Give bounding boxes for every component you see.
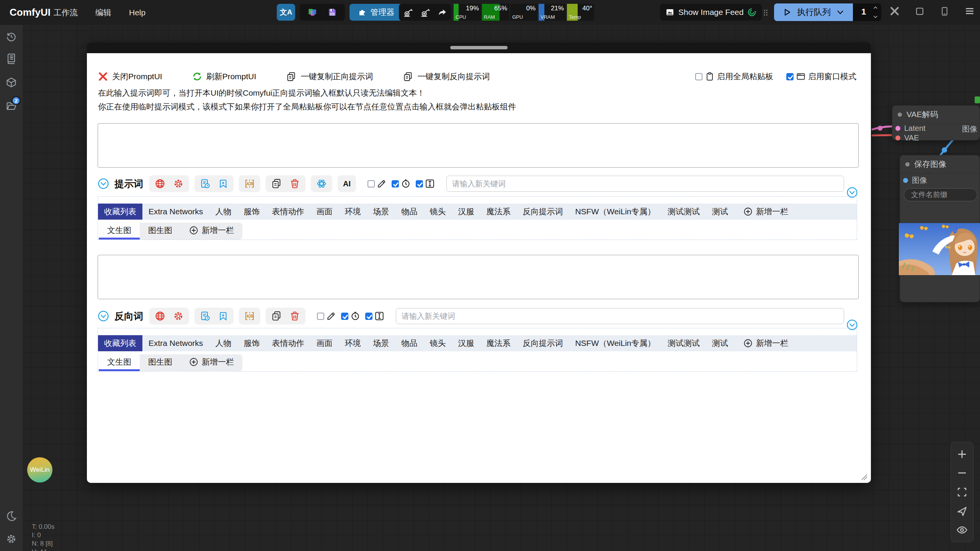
- weilin-avatar[interactable]: WeiLin: [27, 457, 52, 483]
- category-tab[interactable]: 测试: [706, 335, 734, 351]
- copy-icon[interactable]: [271, 311, 282, 321]
- positive-prompt-textarea[interactable]: [98, 123, 859, 168]
- node-vae-decode[interactable]: VAE解码 Latent VAE 图像: [892, 105, 980, 140]
- gear-icon[interactable]: [173, 311, 184, 321]
- category-tab[interactable]: 镜头: [423, 335, 452, 351]
- latent-port-dot[interactable]: [895, 126, 900, 131]
- ab-translate-icon[interactable]: [244, 311, 255, 321]
- dialog-titlebar[interactable]: [87, 42, 871, 53]
- category-tab[interactable]: 服饰: [237, 204, 266, 220]
- doc-history-icon[interactable]: [200, 178, 211, 189]
- copy-icon[interactable]: [271, 178, 282, 189]
- input-vae[interactable]: VAE: [892, 133, 980, 143]
- negative-insert-checkbox[interactable]: [365, 313, 372, 320]
- refresh-promptui-button[interactable]: 刷新PromptUI: [192, 71, 256, 82]
- dialog-resize-grip[interactable]: [860, 473, 868, 481]
- category-tab[interactable]: 测试测试: [662, 204, 706, 220]
- manager-button[interactable]: 管理器: [350, 4, 402, 21]
- step-up-icon[interactable]: [873, 5, 878, 10]
- positive-history-checkbox[interactable]: [392, 180, 399, 187]
- window-mode-toggle[interactable]: 启用窗口模式: [786, 71, 856, 82]
- category-tab[interactable]: 环境: [338, 204, 367, 220]
- doc-history-icon[interactable]: [200, 311, 211, 321]
- menu-item[interactable]: Help: [129, 8, 145, 17]
- vae-port-dot[interactable]: [895, 135, 900, 140]
- theme-toggle-icon[interactable]: [6, 510, 17, 522]
- zoom-out-button[interactable]: [956, 467, 968, 479]
- category-tab[interactable]: 魔法系: [480, 204, 516, 220]
- category-tab[interactable]: 收藏列表: [98, 335, 142, 351]
- category-tab[interactable]: 场景: [367, 204, 395, 220]
- negative-new-keyword-input[interactable]: [396, 308, 844, 324]
- device-view-icon[interactable]: [940, 7, 949, 16]
- close-promptui-button[interactable]: 关闭PromptUI: [98, 71, 162, 82]
- positive-new-keyword-input[interactable]: [446, 176, 844, 192]
- category-tab[interactable]: NSFW（WeiLin专属）: [569, 204, 662, 220]
- trash-icon[interactable]: [289, 311, 300, 321]
- category-tab[interactable]: 表情动作: [266, 335, 310, 351]
- category-tab[interactable]: 镜头: [423, 204, 452, 220]
- negative-history-checkbox[interactable]: [341, 313, 348, 320]
- bookmark-icon[interactable]: [218, 179, 228, 189]
- node-library-icon[interactable]: [6, 53, 17, 64]
- category-tab[interactable]: 画面: [310, 204, 338, 220]
- category-tab[interactable]: 物品: [395, 204, 423, 220]
- maximize-icon[interactable]: [915, 7, 924, 16]
- step-down-icon[interactable]: [873, 14, 878, 20]
- negative-write-checkbox[interactable]: [317, 313, 324, 320]
- subtab[interactable]: 图生图: [140, 354, 181, 371]
- category-tab[interactable]: 魔法系: [480, 335, 516, 351]
- copy-positive-button[interactable]: 一键复制正向提示词: [286, 71, 373, 82]
- image-port-dot[interactable]: [903, 178, 908, 183]
- category-tab[interactable]: 服饰: [237, 335, 266, 351]
- dialog-drag-handle[interactable]: [450, 46, 508, 49]
- chevron-down-icon[interactable]: [836, 8, 844, 16]
- input-image[interactable]: 图像: [900, 176, 980, 185]
- add-subtab-button[interactable]: 新增一栏: [181, 223, 242, 240]
- close-icon[interactable]: [890, 6, 900, 16]
- menu-item[interactable]: 工作流: [54, 7, 78, 18]
- add-category-tab-button[interactable]: 新增一栏: [737, 204, 794, 220]
- zoom-in-button[interactable]: [956, 448, 968, 460]
- global-clipboard-toggle[interactable]: 启用全局粘贴板: [695, 71, 773, 82]
- node-save-image[interactable]: 保存图像 图像 文件名前缀: [900, 155, 980, 302]
- globe-icon[interactable]: [155, 311, 165, 321]
- category-tab[interactable]: 汉服: [452, 204, 480, 220]
- category-tab[interactable]: 画面: [310, 335, 338, 351]
- copy-negative-button[interactable]: 一键复制反向提示词: [403, 71, 490, 82]
- collapse-positive-icon[interactable]: [98, 178, 109, 189]
- add-category-tab-button[interactable]: 新增一栏: [737, 335, 794, 351]
- category-tab[interactable]: Extra Networks: [142, 204, 209, 220]
- category-tab[interactable]: 测试: [706, 204, 734, 220]
- category-tab[interactable]: 人物: [209, 335, 237, 351]
- ab-translate-icon[interactable]: [244, 178, 255, 189]
- category-tab[interactable]: Extra Networks: [142, 335, 209, 351]
- subtab[interactable]: 文生图: [99, 354, 140, 371]
- subtab[interactable]: 文生图: [99, 223, 140, 240]
- positive-write-checkbox[interactable]: [368, 180, 375, 187]
- window-mode-checkbox[interactable]: [786, 73, 794, 80]
- category-tab[interactable]: 反向提示词: [516, 204, 569, 220]
- toolbar-drag-handle[interactable]: [763, 9, 768, 16]
- globe-icon[interactable]: [155, 178, 165, 189]
- share-icon[interactable]: [438, 8, 447, 17]
- positive-insert-checkbox[interactable]: [416, 180, 423, 187]
- openai-icon[interactable]: [316, 178, 327, 189]
- category-tab[interactable]: 场景: [367, 335, 395, 351]
- ai-button[interactable]: AI: [338, 175, 356, 192]
- clean-models-icon[interactable]: [420, 7, 431, 18]
- settings-gear-icon[interactable]: [6, 533, 17, 544]
- clean-vram-icon[interactable]: [403, 7, 413, 18]
- translate-button[interactable]: 文A: [277, 4, 295, 21]
- queue-history-icon[interactable]: [6, 31, 17, 42]
- hamburger-menu-icon[interactable]: [965, 6, 975, 16]
- queue-count-stepper[interactable]: 1: [853, 3, 881, 21]
- palette-icon[interactable]: [307, 7, 317, 17]
- category-tab[interactable]: 环境: [338, 335, 367, 351]
- trash-icon[interactable]: [289, 178, 300, 189]
- category-tab[interactable]: 表情动作: [266, 204, 310, 220]
- menu-item[interactable]: 编辑: [95, 7, 111, 18]
- category-tab[interactable]: 汉服: [452, 335, 480, 351]
- global-clipboard-checkbox[interactable]: [695, 73, 702, 80]
- collapse-negative-icon[interactable]: [98, 310, 109, 322]
